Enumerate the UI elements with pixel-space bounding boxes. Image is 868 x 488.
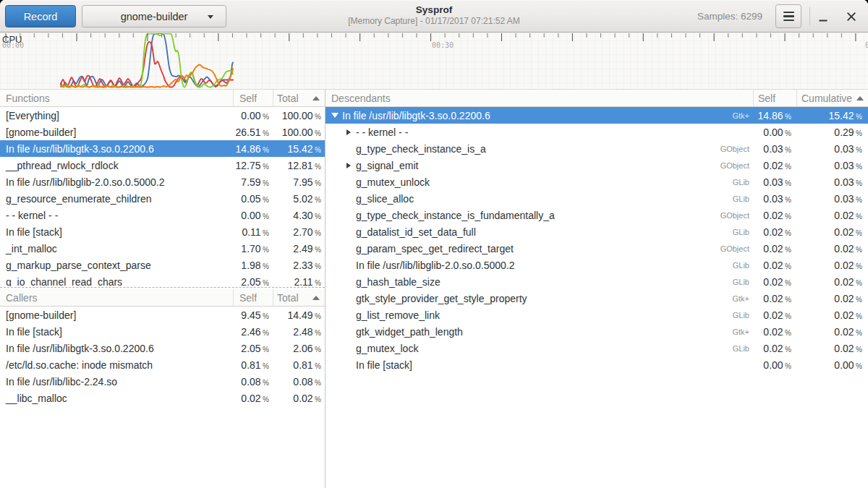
functions-column-header[interactable]: Functions: [0, 93, 50, 104]
tree-row[interactable]: g_datalist_id_set_data_fullGLib0.02%0.02…: [326, 223, 868, 240]
tree-row[interactable]: g_type_check_instance_is_fundamentally_a…: [326, 207, 868, 223]
percent-cell: 0.03%: [754, 176, 797, 188]
table-row[interactable]: [Everything]0.00%100.00%: [0, 107, 325, 124]
table-row[interactable]: /etc/ld.so.cache: inode mismatch0.81%0.8…: [0, 356, 325, 373]
callers-column-header[interactable]: Callers: [0, 292, 38, 304]
table-row[interactable]: __pthread_rwlock_rdlock12.75%12.81%: [0, 157, 325, 174]
descendant-name: gtk_widget_path_lengthGtk+: [326, 323, 754, 340]
percent-cell: 0.11%: [233, 226, 273, 238]
functions-header: Functions Self Total: [0, 90, 325, 107]
tree-row[interactable]: g_param_spec_get_redirect_targetGObject0…: [326, 240, 868, 257]
table-row[interactable]: __libc_malloc0.02%0.02%: [0, 390, 325, 406]
descendants-header: Descendants Self Cumulative: [326, 90, 868, 107]
percent-cell: 7.95%: [273, 176, 325, 188]
expander-open-icon[interactable]: [331, 113, 339, 118]
function-name: g_resource_enumerate_children: [0, 190, 233, 207]
percent-cell: 0.00%: [233, 110, 273, 121]
functions-self-column-header[interactable]: Self: [233, 93, 257, 104]
descendant-name: In file [stack]: [326, 356, 754, 373]
tree-row[interactable]: g_mutex_unlockGLib0.03%0.03%: [326, 174, 868, 190]
library-tag: GObject: [720, 161, 754, 170]
percent-cell: 15.42%: [797, 110, 868, 121]
functions-total-column-header[interactable]: Total: [273, 93, 299, 104]
function-name: [gnome-builder]: [0, 124, 233, 140]
tree-row[interactable]: g_mutex_lockGLib0.02%0.02%: [326, 340, 868, 356]
table-row[interactable]: In file /usr/lib/libgtk-3.so.0.2200.614.…: [0, 140, 325, 157]
sort-indicator-up-icon: [312, 96, 320, 100]
table-row[interactable]: In file /usr/lib/libglib-2.0.so.0.5000.2…: [0, 174, 325, 190]
percent-cell: 0.03%: [797, 160, 868, 171]
tree-row[interactable]: In file /usr/lib/libglib-2.0.so.0.5000.2…: [326, 257, 868, 273]
descendants-cumulative-column-header[interactable]: Cumulative: [796, 93, 852, 104]
table-row[interactable]: g_resource_enumerate_children0.05%5.02%: [0, 190, 325, 207]
tree-row[interactable]: g_hash_table_sizeGLib0.02%0.02%: [326, 273, 868, 290]
callers-total-column-header[interactable]: Total: [273, 292, 299, 304]
percent-cell: 0.02%: [754, 293, 797, 304]
percent-cell: 15.42%: [273, 143, 325, 155]
percent-cell: 0.02%: [754, 243, 797, 254]
tree-row[interactable]: g_signal_emitGObject0.02%0.03%: [326, 157, 868, 174]
time-label: 01:00: [865, 41, 868, 49]
percent-cell: 4.30%: [273, 210, 325, 221]
percent-cell: 0.81%: [233, 359, 273, 371]
expander-closed-icon[interactable]: [346, 129, 351, 135]
tree-row[interactable]: In file /usr/lib/libgtk-3.so.0.2200.6Gtk…: [326, 107, 868, 124]
descendants-self-column-header[interactable]: Self: [753, 93, 775, 104]
table-row[interactable]: In file [stack]0.11%2.70%: [0, 223, 325, 240]
cpu-graph[interactable]: CPU 00:0000:3001:00: [0, 33, 868, 89]
table-row[interactable]: g_markup_parse_context_parse1.98%2.33%: [0, 257, 325, 273]
descendant-name: g_param_spec_get_redirect_targetGObject: [326, 240, 754, 257]
function-name: In file /usr/lib/libgtk-3.so.0.2200.6: [0, 140, 233, 157]
tree-row[interactable]: - - kernel - -0.00%0.29%: [326, 124, 868, 140]
functions-list: [Everything]0.00%100.00%[gnome-builder]2…: [0, 107, 325, 286]
main-panes: Functions Self Total [Everything]0.00%10…: [0, 89, 868, 488]
percent-cell: 0.81%: [273, 359, 325, 371]
callers-self-column-header[interactable]: Self: [233, 292, 257, 304]
library-tag: GLib: [733, 278, 754, 286]
percent-cell: 0.02%: [797, 309, 868, 321]
table-row[interactable]: In file /usr/lib/libc-2.24.so0.08%0.08%: [0, 373, 325, 390]
record-button[interactable]: Record: [5, 5, 76, 27]
percent-cell: 2.05%: [233, 343, 273, 354]
percent-cell: 0.02%: [754, 276, 797, 288]
table-row[interactable]: [gnome-builder]9.45%14.49%: [0, 307, 325, 323]
tree-row[interactable]: g_slice_allocGLib0.03%0.03%: [326, 190, 868, 207]
library-tag: GObject: [720, 145, 754, 153]
library-tag: GLib: [733, 178, 754, 187]
tree-row[interactable]: g_list_remove_linkGLib0.02%0.02%: [326, 307, 868, 323]
samples-count: Samples: 6299: [697, 0, 762, 33]
percent-cell: 2.49%: [273, 243, 325, 254]
menu-button[interactable]: [775, 4, 801, 28]
function-name: g_io_channel_read_chars: [0, 273, 233, 286]
function-name: In file [stack]: [0, 323, 233, 340]
minimize-button[interactable]: [810, 0, 838, 33]
target-select[interactable]: gnome-builder: [82, 5, 226, 27]
percent-cell: 0.02%: [797, 343, 868, 354]
table-row[interactable]: [gnome-builder]26.51%100.00%: [0, 124, 325, 140]
table-row[interactable]: _int_malloc1.70%2.49%: [0, 240, 325, 257]
left-pane: Functions Self Total [Everything]0.00%10…: [0, 90, 325, 488]
library-tag: GLib: [733, 261, 754, 270]
percent-cell: 2.70%: [273, 226, 325, 238]
tree-row[interactable]: In file [stack]0.00%0.00%: [326, 356, 868, 373]
expander-closed-icon[interactable]: [346, 163, 351, 168]
percent-cell: 0.02%: [754, 160, 797, 171]
chevron-down-icon: [208, 15, 213, 19]
descendants-column-header[interactable]: Descendants: [326, 93, 391, 104]
percent-cell: 1.70%: [233, 243, 273, 254]
library-tag: GObject: [720, 244, 754, 253]
table-row[interactable]: - - kernel - -0.00%4.30%: [0, 207, 325, 223]
percent-cell: 0.00%: [754, 359, 797, 371]
percent-cell: 2.48%: [273, 326, 325, 338]
table-row[interactable]: g_io_channel_read_chars2.05%2.11%: [0, 273, 325, 286]
percent-cell: 5.02%: [273, 193, 325, 205]
function-name: /etc/ld.so.cache: inode mismatch: [0, 356, 233, 373]
close-button[interactable]: [838, 0, 865, 33]
table-row[interactable]: In file /usr/lib/libgtk-3.so.0.2200.62.0…: [0, 340, 325, 356]
header-bar: Record gnome-builder Sysprof [Memory Cap…: [0, 0, 868, 33]
descendant-name: g_mutex_lockGLib: [326, 340, 754, 356]
tree-row[interactable]: gtk_style_provider_get_style_propertyGtk…: [326, 290, 868, 307]
tree-row[interactable]: g_type_check_instance_is_aGObject0.03%0.…: [326, 140, 868, 157]
table-row[interactable]: In file [stack]2.46%2.48%: [0, 323, 325, 340]
tree-row[interactable]: gtk_widget_path_lengthGtk+0.02%0.02%: [326, 323, 868, 340]
